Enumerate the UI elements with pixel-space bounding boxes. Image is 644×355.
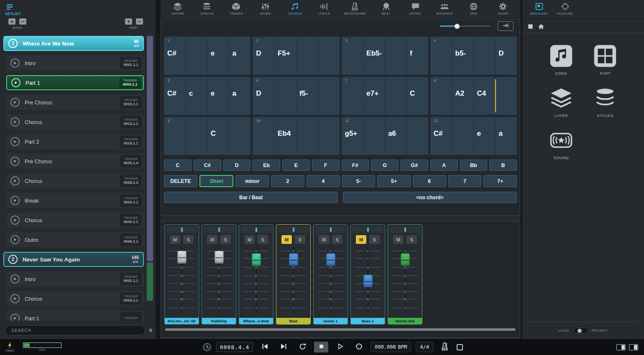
chord-label[interactable]: C [211,129,216,138]
chord-label[interactable]: a6 [388,129,396,138]
note-button-C[interactable]: C [164,160,192,171]
note-button-Eb[interactable]: Eb [253,160,280,171]
no-chord-button[interactable]: <no chord> [343,192,517,203]
search-input[interactable] [5,325,145,335]
channel-name[interactable]: Where...e Now [239,318,273,324]
time-display[interactable]: 0008.4.4 [216,342,253,352]
add-song-button[interactable]: + [8,18,15,25]
right-tab-media-bay[interactable]: MEDIA BAY [530,2,548,15]
chord-label[interactable]: C [410,89,415,98]
setlist-scroll-area[interactable]: 1Where Are We Now904/4IntroTRIGGER0001.1… [3,36,153,321]
toolbar-item-metronome[interactable]: METRONOME [344,2,366,15]
window-layout-2-button[interactable] [629,344,638,350]
setlist-part-row[interactable]: BreakTRIGGER0034.1.1 [6,193,144,208]
volume-fader[interactable]: 501020304050-∞ [353,245,383,316]
play-part-icon[interactable] [10,216,20,225]
cycle-button[interactable] [295,342,309,352]
toolbar-item-chords[interactable]: CHORDS [286,2,304,15]
modifier-button[interactable]: DELETE [164,175,197,187]
toolbar-item-dmx[interactable]: DMX [465,2,483,15]
modifier-button[interactable]: 6 [413,175,446,187]
fader-cap[interactable] [252,254,261,266]
setlist-part-row[interactable]: Pre ChorusTRIGGER0010.1.1 [6,95,144,110]
modifier-button[interactable]: minor [235,175,269,187]
volume-fader[interactable]: 501020304050-∞ [390,245,420,316]
chord-label[interactable]: C# [434,129,443,138]
chord-label[interactable]: D [256,49,261,58]
play-part-icon[interactable] [10,235,20,244]
fader-cap[interactable] [363,275,372,287]
chord-label[interactable]: c [189,89,193,98]
overview-song1-segment[interactable] [147,36,153,261]
play-part-icon[interactable] [10,58,20,68]
channel-name[interactable]: Padshop [202,318,236,324]
chord-label[interactable]: D [498,49,503,58]
mixer-strip[interactable]: MS501020304050-∞Beat [276,224,311,325]
chord-label[interactable]: e [477,129,480,138]
home-icon[interactable] [538,23,544,30]
play-part-icon[interactable] [10,314,20,321]
setlist-part-row[interactable]: Part 1TRIGGER [6,311,144,321]
toolbar-item-stacks[interactable]: STACKS [198,2,216,15]
toolbar-item-tracks[interactable]: TRACKS [227,2,245,15]
setlist-part-row[interactable]: IntroTRIGGER0001.1.1 [6,271,144,287]
play-button[interactable] [333,342,347,352]
search-clear-button[interactable]: X [149,328,152,333]
channel-name[interactable]: Beat [276,318,310,324]
setlist-part-row[interactable]: Part 2TRIGGER0019.1.1 [6,134,144,149]
solo-button[interactable]: S [183,235,194,244]
panic-button[interactable]: PANIC [6,342,15,352]
fader-cap[interactable] [289,254,298,266]
remove-part-button[interactable]: − [136,18,143,25]
setlist-part-row[interactable]: ChorusTRIGGER0004.1.1 [6,291,144,306]
previous-button[interactable] [258,342,272,352]
modifier-button[interactable]: 5- [342,175,376,187]
setlist-part-row[interactable]: ChorusTRIGGER0028.1.4 [6,173,144,188]
note-button-E[interactable]: E [282,160,310,171]
setlist-part-row[interactable]: OutroTRIGGER0046.1.1 [6,232,144,247]
play-part-icon[interactable] [10,137,20,146]
solo-button[interactable]: S [220,235,231,244]
channel-name[interactable]: Bass 1 [351,318,385,324]
record-button[interactable] [352,342,366,352]
solo-button[interactable]: S [295,235,305,244]
volume-fader[interactable]: 501020304050-∞ [278,245,309,316]
stop-button[interactable] [314,342,328,352]
note-button-A[interactable]: A [430,160,458,171]
mute-button[interactable]: M [170,235,180,244]
setlist-part-row[interactable]: ChorusTRIGGER0040.1.1 [6,213,144,228]
chord-label[interactable]: C# [167,49,176,58]
chord-label[interactable]: e [211,49,215,58]
toggle-knob[interactable] [578,329,582,333]
chord-cell[interactable]: 2DF5+ [253,37,339,75]
chord-label[interactable]: a [498,129,502,138]
mixer-strip[interactable]: MS501020304050-∞Stereo Out [388,224,422,325]
modifier-button[interactable]: 7+ [483,175,517,187]
mixer-strip[interactable]: MS501020304050-∞Padshop [202,224,236,325]
toolbar-item-beat[interactable]: BEAT [377,2,395,15]
toolbar-item-lyrics[interactable]: LYRICS [315,2,333,15]
solo-button[interactable]: S [258,235,268,244]
chord-label[interactable]: f5- [299,89,308,98]
chord-label[interactable]: a [232,89,236,98]
media-tile-stacks[interactable]: STACKS [593,86,617,118]
precount-checkbox[interactable] [457,344,463,350]
chord-label[interactable]: D [256,89,261,98]
chord-label[interactable]: e7+ [366,89,378,98]
media-tile-layer[interactable]: LAYER [549,86,573,118]
remove-song-button[interactable]: − [19,18,26,25]
mixer-strip[interactable]: MS501020304050-∞Guitar 1 [313,224,348,325]
overview-song2-segment[interactable] [147,262,153,301]
mixer-strip[interactable]: MS501020304050-∞Where...e Now [239,224,273,325]
note-button-D[interactable]: D [223,160,251,171]
toolbar-item-audience[interactable]: AUDIENCE [435,2,454,15]
play-part-icon[interactable] [10,196,20,205]
add-part-button[interactable]: + [125,18,132,25]
fader-cap[interactable] [401,254,409,266]
mute-button[interactable]: M [356,235,366,244]
setlist-song-row[interactable]: 1Where Are We Now904/4 [3,36,144,51]
setlist-overview-scrollbar[interactable] [147,36,153,321]
media-tile-song[interactable]: SONG [549,44,573,76]
note-button-F[interactable]: F [312,160,340,171]
mixer-strip[interactable]: MS501020304050-∞HALion...nic SE [164,224,199,325]
